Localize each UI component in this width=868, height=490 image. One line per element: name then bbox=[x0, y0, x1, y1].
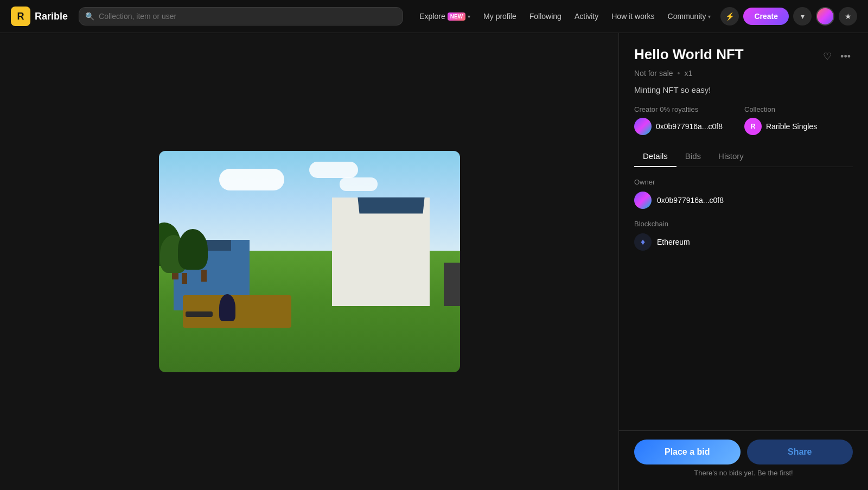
nav-following[interactable]: Following bbox=[524, 9, 567, 24]
nav-community[interactable]: Community ▾ bbox=[662, 9, 717, 24]
tab-details[interactable]: Details bbox=[634, 146, 676, 167]
creator-collection-row: Creator 0% royalties 0x0b977916a...c0f8 … bbox=[634, 105, 853, 135]
explore-chevron-icon: ▾ bbox=[468, 14, 470, 20]
nft-title: Hello World NFT bbox=[634, 46, 744, 63]
collection-name: Rarible Singles bbox=[766, 122, 817, 131]
creator-avatar bbox=[634, 118, 652, 135]
collection-label: Collection bbox=[744, 105, 817, 113]
search-icon: 🔍 bbox=[85, 12, 94, 21]
collection-block: Collection R Rarible Singles bbox=[744, 105, 817, 135]
create-button[interactable]: Create bbox=[743, 8, 789, 25]
rarible-logo-icon: R bbox=[11, 7, 30, 26]
main: Hello World NFT ♡ ••• Not for sale • x1 … bbox=[0, 0, 868, 490]
blockchain-name: Ethereum bbox=[657, 238, 690, 246]
collection-avatar: R bbox=[744, 118, 762, 135]
separator: • bbox=[678, 69, 680, 78]
action-buttons: Place a bid Share bbox=[634, 440, 853, 464]
logo-text: Rarible bbox=[35, 11, 68, 22]
tab-bids[interactable]: Bids bbox=[676, 146, 710, 167]
edition-label: x1 bbox=[685, 69, 693, 78]
star-icon-button[interactable]: ★ bbox=[839, 7, 857, 26]
nft-image-container bbox=[159, 151, 460, 372]
owner-address: 0x0b977916a...c0f8 bbox=[657, 196, 724, 205]
nav-how-it-works[interactable]: How it works bbox=[606, 9, 660, 24]
nav-actions: ⚡ Create ▾ ★ bbox=[720, 7, 857, 26]
nft-image bbox=[159, 151, 460, 372]
right-panel: Hello World NFT ♡ ••• Not for sale • x1 … bbox=[618, 33, 868, 490]
filter-icon-button[interactable]: ▾ bbox=[793, 7, 812, 26]
logo[interactable]: R Rarible bbox=[11, 7, 68, 26]
bottom-actions: Place a bid Share There's no bids yet. B… bbox=[619, 430, 868, 490]
owner-avatar bbox=[634, 192, 652, 209]
owner-section: Owner 0x0b977916a...c0f8 bbox=[634, 178, 853, 209]
blockchain-label: Blockchain bbox=[634, 220, 853, 228]
nav-my-profile[interactable]: My profile bbox=[478, 9, 522, 24]
more-options-button[interactable]: ••• bbox=[838, 49, 853, 65]
creator-block: Creator 0% royalties 0x0b977916a...c0f8 bbox=[634, 105, 723, 135]
creator-address: 0x0b977916a...c0f8 bbox=[656, 122, 723, 131]
sale-status: Not for sale • x1 bbox=[634, 69, 853, 78]
nft-header: Hello World NFT ♡ ••• bbox=[634, 46, 853, 65]
like-button[interactable]: ♡ bbox=[821, 48, 834, 65]
royalties-label: 0% royalties bbox=[660, 105, 698, 113]
tabs: Details Bids History bbox=[634, 146, 853, 167]
user-avatar[interactable] bbox=[816, 7, 834, 26]
no-bids-text: There's no bids yet. Be the first! bbox=[634, 469, 853, 477]
search-input[interactable] bbox=[79, 7, 403, 26]
community-chevron-icon: ▾ bbox=[708, 14, 711, 20]
image-area bbox=[0, 33, 618, 490]
tab-history[interactable]: History bbox=[710, 146, 752, 167]
creator-label: Creator bbox=[634, 105, 658, 113]
nav-activity[interactable]: Activity bbox=[569, 9, 604, 24]
explore-badge: NEW bbox=[448, 12, 465, 21]
ethereum-icon: ♦ bbox=[634, 233, 652, 251]
nav-explore[interactable]: Explore NEW ▾ bbox=[414, 9, 476, 24]
nft-header-actions: ♡ ••• bbox=[821, 48, 853, 65]
nav-links: Explore NEW ▾ My profile Following Activ… bbox=[414, 9, 716, 24]
creator-identity[interactable]: 0x0b977916a...c0f8 bbox=[634, 118, 723, 135]
blockchain-row: ♦ Ethereum bbox=[634, 233, 853, 251]
not-for-sale-label: Not for sale bbox=[634, 69, 673, 78]
share-button[interactable]: Share bbox=[747, 440, 853, 464]
owner-row[interactable]: 0x0b977916a...c0f8 bbox=[634, 192, 853, 209]
nft-description: Minting NFT so easy! bbox=[634, 85, 853, 94]
header: R Rarible 🔍 Explore NEW ▾ My profile Fol… bbox=[0, 0, 868, 33]
search-wrap: 🔍 bbox=[79, 7, 403, 26]
blockchain-section: Blockchain ♦ Ethereum bbox=[634, 220, 853, 251]
owner-label: Owner bbox=[634, 178, 853, 186]
collection-identity[interactable]: R Rarible Singles bbox=[744, 118, 817, 135]
lightning-icon-button[interactable]: ⚡ bbox=[720, 7, 739, 26]
place-bid-button[interactable]: Place a bid bbox=[634, 440, 741, 464]
